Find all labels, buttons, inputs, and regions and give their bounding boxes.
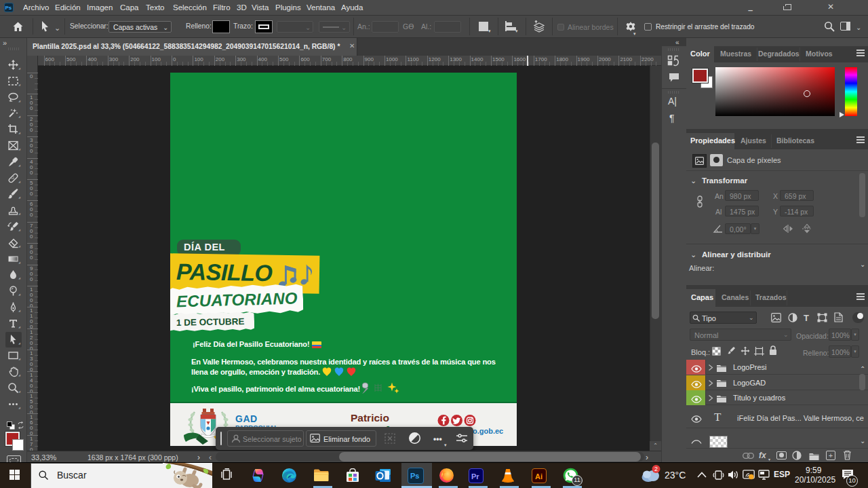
svg-text:2: 2: [654, 466, 658, 472]
